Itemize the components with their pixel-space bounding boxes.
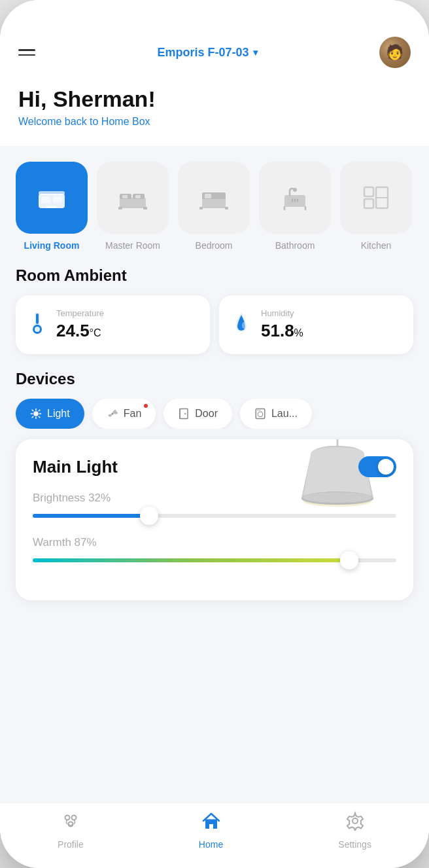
svg-rect-9 <box>135 195 141 198</box>
svg-point-33 <box>33 411 39 416</box>
warmth-track <box>33 558 396 562</box>
svg-point-36 <box>184 413 186 414</box>
nav-settings[interactable]: Settings <box>338 811 371 850</box>
temperature-info: Temperature 24.5°C <box>56 308 104 341</box>
tab-laundry[interactable]: Lau... <box>240 399 312 429</box>
svg-point-31 <box>35 327 40 332</box>
humidity-card: Humidity 51.8% <box>219 295 413 354</box>
svg-rect-3 <box>39 191 65 195</box>
notch <box>156 0 273 24</box>
humidity-value: 51.8% <box>261 321 303 341</box>
room-label-kitchen: Kitchen <box>361 240 392 251</box>
location-label: Emporis F-07-03 <box>157 46 249 60</box>
hamburger-menu[interactable] <box>18 49 35 56</box>
greeting-plain: Welcome back to Home <box>18 116 129 127</box>
greeting-title: Hi, Sherman! <box>18 86 411 112</box>
room-label-bathroom: Bathroom <box>275 240 315 251</box>
ambient-section: Room Ambient Temperature <box>0 251 429 354</box>
room-item-master[interactable]: Master Room <box>97 162 169 251</box>
temperature-icon <box>27 310 47 340</box>
avatar-image: 🧑 <box>379 37 411 68</box>
nav-home-label: Home <box>199 839 223 850</box>
svg-rect-5 <box>120 198 146 208</box>
warmth-fill <box>33 558 349 562</box>
svg-rect-16 <box>225 207 228 209</box>
svg-rect-25 <box>364 199 373 208</box>
tab-light[interactable]: Light <box>16 399 84 429</box>
brightness-thumb[interactable] <box>140 507 158 525</box>
room-label-living: Living Room <box>24 240 80 251</box>
devices-section: Devices Light <box>0 354 429 600</box>
profile-icon <box>61 811 80 835</box>
greeting-section: Hi, Sherman! Welcome back to Home Box <box>0 81 429 146</box>
location-selector[interactable]: Emporis F-07-03 ▾ <box>157 46 257 60</box>
room-item-bathroom[interactable]: Bathroom <box>259 162 331 251</box>
tab-laundry-label: Lau... <box>271 408 298 420</box>
warmth-label: Warmth 87% <box>33 536 396 549</box>
room-item-living[interactable]: Living Room <box>16 162 88 251</box>
svg-rect-11 <box>143 207 147 209</box>
phone-frame: Emporis F-07-03 ▾ 🧑 Hi, Sherman! Welcome… <box>0 0 429 868</box>
main-content: Living Room <box>0 146 429 868</box>
room-icon-master <box>97 162 169 234</box>
device-card-header: Main Light <box>33 456 396 477</box>
svg-rect-35 <box>180 409 188 419</box>
temperature-label: Temperature <box>56 308 104 318</box>
brightness-fill <box>33 514 149 518</box>
nav-home[interactable]: Home <box>199 811 223 850</box>
screen: Emporis F-07-03 ▾ 🧑 Hi, Sherman! Welcome… <box>0 0 429 868</box>
svg-rect-1 <box>41 196 50 203</box>
nav-profile-label: Profile <box>58 839 84 850</box>
room-icon-bedroom <box>178 162 250 234</box>
warmth-section: Warmth 87% <box>33 536 396 562</box>
settings-icon <box>345 811 365 835</box>
svg-point-46 <box>65 816 69 820</box>
tab-fan[interactable]: Fan <box>92 399 156 429</box>
svg-rect-2 <box>53 196 62 203</box>
tab-door[interactable]: Door <box>163 399 232 429</box>
nav-profile[interactable]: Profile <box>58 811 84 850</box>
brightness-label: Brightness 32% <box>33 492 396 505</box>
devices-tabs: Light Fan <box>0 399 429 429</box>
svg-rect-10 <box>118 207 122 209</box>
temperature-card: Temperature 24.5°C <box>16 295 210 354</box>
svg-rect-15 <box>199 207 203 209</box>
greeting-highlight: Box <box>132 116 150 127</box>
room-label-bedroom: Bedroom <box>196 240 233 251</box>
svg-rect-4 <box>46 206 57 208</box>
svg-point-40 <box>257 410 258 411</box>
chevron-down-icon: ▾ <box>253 47 258 58</box>
room-icon-living <box>16 162 88 234</box>
svg-point-39 <box>258 412 263 417</box>
tab-light-label: Light <box>47 408 70 420</box>
main-light-toggle[interactable] <box>358 456 396 477</box>
svg-point-47 <box>71 816 76 820</box>
fan-notification-dot <box>143 403 149 409</box>
room-icon-bathroom <box>259 162 331 234</box>
room-item-bedroom[interactable]: Bedroom <box>178 162 250 251</box>
svg-point-32 <box>242 322 246 329</box>
main-light-card: Main Light Brightness 32% <box>16 439 413 600</box>
room-label-master: Master Room <box>105 240 160 251</box>
room-item-kitchen[interactable]: Kitchen <box>340 162 412 251</box>
home-icon <box>201 811 221 835</box>
avatar[interactable]: 🧑 <box>379 37 411 68</box>
room-icon-kitchen <box>340 162 412 234</box>
humidity-info: Humidity 51.8% <box>261 308 303 341</box>
warmth-thumb[interactable] <box>340 551 358 570</box>
humidity-icon <box>231 310 252 340</box>
svg-point-49 <box>352 818 358 823</box>
main-light-title: Main Light <box>33 457 118 477</box>
greeting-subtitle: Welcome back to Home Box <box>18 116 411 128</box>
svg-point-41 <box>259 410 260 411</box>
devices-title: Devices <box>0 354 429 399</box>
ambient-cards: Temperature 24.5°C <box>0 295 429 354</box>
temperature-value: 24.5°C <box>56 321 104 341</box>
svg-point-18 <box>293 188 297 192</box>
svg-rect-29 <box>36 314 39 324</box>
rooms-section: Living Room <box>0 146 429 251</box>
nav-settings-label: Settings <box>338 839 371 850</box>
svg-rect-14 <box>205 194 211 198</box>
bottom-nav: Profile Home Settings <box>0 803 429 868</box>
rooms-scroll: Living Room <box>16 162 429 251</box>
